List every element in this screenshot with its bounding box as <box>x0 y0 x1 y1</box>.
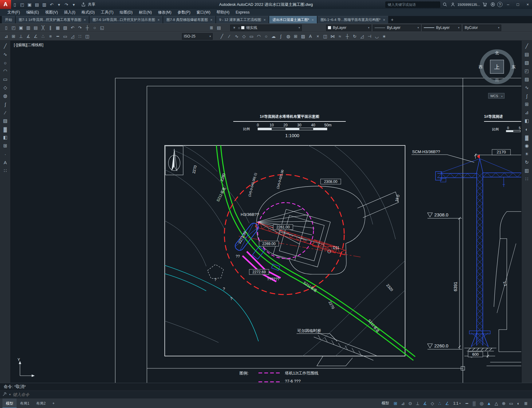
elevation-label[interactable]: 2272.69 <box>252 270 266 274</box>
polar-tracking-icon[interactable]: ∡ <box>421 400 429 407</box>
multiline-text-icon[interactable]: A <box>307 33 314 40</box>
grid-display-icon[interactable]: ⊞ <box>392 400 399 407</box>
tab-doc-6[interactable]: 图6-1~6-4 导...围堰平面布置及结构图*× <box>317 16 388 23</box>
tab-doc-3[interactable]: 图7-8 典型梯段爆破布置图× <box>163 16 215 23</box>
transparency-icon[interactable]: ▒ <box>471 400 478 407</box>
layout2-tab[interactable]: 布局2 <box>33 398 49 408</box>
viewcube-top[interactable]: 上 <box>494 64 500 70</box>
dimension-label[interactable]: 600 <box>472 352 479 357</box>
publish-icon[interactable]: ▤ <box>32 24 39 31</box>
orbit-icon[interactable]: ↻ <box>523 159 531 166</box>
layout1-tab[interactable]: 布局1 <box>17 398 33 408</box>
new-file-icon[interactable]: ▯ <box>11 1 18 8</box>
elevation-label[interactable]: 2308.0 <box>434 212 448 217</box>
workspace-switching-icon[interactable]: ⊛ <box>500 400 507 407</box>
rotate-icon[interactable]: ↻ <box>351 33 358 40</box>
object-snap-icon[interactable]: ∠ <box>443 400 451 407</box>
point-style-icon[interactable]: ∷ <box>1 167 9 174</box>
line-icon[interactable]: ╱ <box>218 33 226 40</box>
style-combo[interactable]: ISO-25 ▾ <box>182 33 213 40</box>
save-icon[interactable]: ▣ <box>26 1 33 8</box>
draw-point-icon[interactable]: ∙ <box>1 150 9 158</box>
scale-ratio[interactable]: 1:1000 <box>285 133 299 138</box>
undo-icon[interactable]: ↶ <box>69 24 76 31</box>
search-icon[interactable] <box>441 1 448 8</box>
menu-draw[interactable]: 绘图(D) <box>116 9 136 16</box>
viewcube-north[interactable]: 北 <box>495 51 499 55</box>
tool-customize-icon[interactable]: ∷ <box>523 175 531 183</box>
edit-pencil-icon[interactable]: ╱ <box>523 42 531 50</box>
elevation-label[interactable]: 2260.0 <box>434 343 448 348</box>
draw-arc-icon[interactable]: ◠ <box>1 67 9 75</box>
measure-icon[interactable]: ⊿ <box>523 109 531 116</box>
model-space-toggle[interactable]: 模型 <box>379 401 392 406</box>
viewcube-west[interactable]: 西 <box>479 65 483 69</box>
maximize-button[interactable]: □ <box>514 0 522 9</box>
infer-constraints-icon[interactable]: ⊙ <box>407 400 414 407</box>
new-tab-button[interactable]: + <box>389 16 396 23</box>
menu-file[interactable]: 文件(F) <box>4 9 23 16</box>
dynamic-input-icon[interactable]: ≡ <box>47 33 54 40</box>
insert-block-icon[interactable]: ⊞ <box>292 33 299 40</box>
redo-icon[interactable]: ↷ <box>63 1 70 8</box>
chevron-down-icon[interactable]: ▾ <box>415 26 419 29</box>
draw-ellipse-icon[interactable]: ◍ <box>1 92 9 100</box>
polyline-icon[interactable]: ∿ <box>233 33 240 40</box>
unknown-text[interactable]: ?????? <box>267 277 279 281</box>
map-labels[interactable]: 2308.00 H3/36B?? 2261.00 2269.00 2272.39… <box>191 165 400 341</box>
properties-icon[interactable]: ▤ <box>523 51 531 58</box>
search-box[interactable] <box>385 2 440 8</box>
temporary-bridge[interactable] <box>314 333 377 366</box>
copy-clip-icon[interactable]: ∥ <box>47 24 54 31</box>
command-options-icon[interactable]: ▾ <box>9 393 11 396</box>
right-drawing-title[interactable]: 1#导流洞进 <box>484 114 503 119</box>
draw-polyline-icon[interactable]: ∿ <box>1 51 9 58</box>
erase-icon[interactable]: × <box>314 33 321 40</box>
cut-clip-icon[interactable]: ╳ <box>39 24 47 31</box>
wcs-label[interactable]: WCS <box>490 94 498 98</box>
units-icon[interactable]: ∷ <box>76 33 84 40</box>
mirror-icon[interactable]: ⋈ <box>329 33 336 40</box>
draw-polygon-icon[interactable]: ◇ <box>1 84 9 91</box>
qsave-icon[interactable]: ▣ <box>17 24 25 31</box>
hatch-edit-icon[interactable]: ▨ <box>523 76 531 83</box>
chevron-down-icon[interactable]: ▾ <box>296 26 300 29</box>
plot-icon[interactable]: ▥ <box>41 1 48 8</box>
intake-structure-outline[interactable] <box>256 186 399 274</box>
layer-thaw-icon[interactable]: ☼ <box>237 24 241 31</box>
rectangle-icon[interactable]: ▭ <box>248 33 255 40</box>
qnew-icon[interactable]: ▯ <box>2 24 10 31</box>
tab-close-icon[interactable]: × <box>210 18 212 22</box>
color-combo[interactable]: ByLayer ▾ <box>326 25 371 31</box>
menu-parametric[interactable]: 参数(P) <box>175 9 194 16</box>
construction-line-icon[interactable]: ∕ <box>226 33 233 40</box>
draw-hatch-icon[interactable]: ▨ <box>1 117 9 125</box>
group-icon[interactable]: ◫ <box>84 33 91 40</box>
snap-mode-icon[interactable]: ⊿ <box>2 33 10 40</box>
elevation-label[interactable]: 2269.00 <box>262 242 276 246</box>
spline-icon[interactable]: ∫ <box>277 33 285 40</box>
hatch-icon[interactable]: ▨ <box>299 33 307 40</box>
close-button[interactable]: × <box>523 0 532 9</box>
draw-circle-icon[interactable]: ○ <box>1 59 9 66</box>
menu-format[interactable]: 格式(O) <box>78 9 98 16</box>
customize-command-icon[interactable] <box>2 392 7 397</box>
scale-icon[interactable]: ◿ <box>358 33 366 40</box>
cart-icon[interactable] <box>481 1 488 8</box>
menu-express[interactable]: Express <box>233 9 253 16</box>
undo-icon[interactable]: ↶ <box>48 1 55 8</box>
selection-cycling-icon[interactable]: ◎ <box>478 400 485 407</box>
tab-close-icon[interactable]: × <box>263 18 266 22</box>
stream-lines[interactable] <box>165 265 258 341</box>
layer-combo[interactable]: ☀ ☼ 细实线 ▾ <box>230 25 302 31</box>
tab-close-icon[interactable]: × <box>84 18 86 22</box>
draw-text-icon[interactable]: A <box>1 159 9 166</box>
polar-tracking-icon[interactable]: ∡ <box>25 33 32 40</box>
dimension-label[interactable]: 2170 <box>497 150 506 154</box>
offset-icon[interactable]: ≈ <box>336 33 344 40</box>
lineweight-combo[interactable]: ByLayer ▾ <box>422 25 461 31</box>
menu-dimension[interactable]: 标注(N) <box>136 9 155 16</box>
array-icon[interactable]: ⊞ <box>523 101 531 108</box>
draw-rectangle-icon[interactable]: ▭ <box>1 76 9 83</box>
unknown-text[interactable]: ? <box>214 277 216 282</box>
